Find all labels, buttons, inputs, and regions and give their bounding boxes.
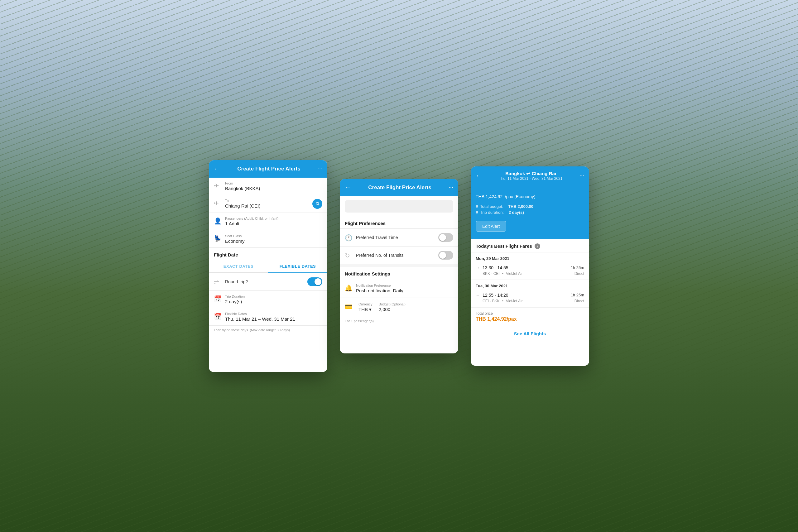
round-trip-row[interactable]: ⇌ Round-trip? [209,273,327,291]
fare-route-code-1: BKK - CEI [482,271,500,276]
fare-type-1: Direct [574,271,584,276]
card-icon: 💳 [345,303,352,310]
notification-pref-row[interactable]: 🔔 Notification Preference Push notificat… [340,279,458,298]
fare-time-1: 13:30 - 14:55 [482,265,508,270]
trip-duration-field[interactable]: 📅 Trip Duration 2 day(s) [209,291,327,308]
seat-icon: 💺 [214,235,221,242]
flexible-dates-label: Flexible Dates [225,312,322,316]
fares-header: Today's Best Flight Fares i [471,239,589,252]
currency-budget-row: 💳 Currency THB ▾ Budget (Optional) 2,000 [340,298,458,317]
total-budget-label: Total budget: [480,204,503,209]
swap-button[interactable]: ⇅ [312,199,322,209]
card2-more-icon[interactable]: ··· [449,184,453,191]
fare-date-2: Tue, 30 Mar 2021 [471,280,589,290]
info-icon[interactable]: i [535,243,540,249]
currency-value: THB [359,307,368,312]
card2-back-icon[interactable]: ← [345,184,351,191]
date-tabs: EXACT DATES FLEXIBLE DATES [209,260,327,273]
fare-carrier-1: VietJet Air [506,271,523,276]
card3-back-icon[interactable]: ← [476,172,482,179]
card2-title: Create Flight Price Alerts [355,185,445,191]
to-value: Chiang Rai (CEI) [225,203,309,209]
budget-note: For 1 passenger(s) [340,317,458,325]
tab-flexible-dates[interactable]: FLEXIBLE DATES [268,260,327,272]
seat-class-label: Seat Class [225,234,322,238]
duration-dot [476,211,478,213]
fare-item-1[interactable]: → 13:30 - 14:55 1h 25m BKK - CEI • VietJ… [471,263,589,280]
price-header: THB 1,424.92 /pax (Economy) Total budget… [471,185,589,239]
card3-header: ← Bangkok ⇌ Chiang Rai Thu, 11 Mar 2021 … [471,167,589,185]
to-field[interactable]: ✈ To Chiang Rai (CEI) ⇅ [209,195,327,213]
card3-title-line1: Bangkok ⇌ Chiang Rai [486,171,576,176]
currency-select[interactable]: THB ▾ [359,307,373,312]
phones-container: ← Create Flight Price Alerts ··· ✈ From … [0,0,798,532]
plane-to-icon: ✈ [214,200,221,207]
seat-class-field[interactable]: 💺 Seat Class Economy [209,230,327,248]
notification-settings-section: Notification Settings [340,267,458,279]
card1-more-icon[interactable]: ··· [318,166,322,172]
fare-route-code-2: CEI - BKK [482,299,500,303]
fare-arrow-1: → [476,265,480,270]
preferred-transits-toggle[interactable] [438,251,453,260]
total-budget-detail: Total budget: THB 2,000.00 [476,204,584,209]
card-results: ← Bangkok ⇌ Chiang Rai Thu, 11 Mar 2021 … [471,167,589,366]
card3-title-line2: Thu, 11 Mar 2021 - Wed, 31 Mar 2021 [486,176,576,181]
currency-label: Currency [359,302,373,306]
fare-meta-1: BKK - CEI • VietJet Air Direct [476,271,584,276]
total-price-amount: THB 1,424.92/pax [476,316,584,322]
fare-route-2: ← 12:55 - 14:20 1h 25m [476,293,584,298]
price-suffix: /pax (Economy) [505,194,535,199]
fare-meta-2: CEI - BKK • VietJet Air Direct [476,299,584,303]
round-trip-icon: ⇌ [214,278,221,286]
flexible-dates-note: I can fly on these days. (Max date range… [209,326,327,335]
from-field[interactable]: ✈ From Bangkok (BKKA) [209,178,327,195]
preferred-travel-time-toggle[interactable] [438,233,453,242]
tab-exact-dates[interactable]: EXACT DATES [209,260,268,272]
card-create-alert: ← Create Flight Price Alerts ··· ✈ From … [209,160,327,372]
flexible-dates-field[interactable]: 📅 Flexible Dates Thu, 11 Mar 21 – Wed, 3… [209,308,327,326]
preferred-travel-time-label: Preferred Travel Time [356,235,435,240]
from-label: From [225,182,322,185]
search-bar[interactable] [345,200,453,212]
price-amount: THB 1,424.92 [476,194,502,199]
passengers-icon: 👤 [214,217,221,225]
preferred-transits-row[interactable]: ↻ Preferred No. of Transits [340,247,458,264]
passengers-value: 1 Adult [225,221,322,226]
card1-back-icon[interactable]: ← [214,165,220,172]
total-price-label: Total price [476,311,584,316]
fares-section: Today's Best Flight Fares i Mon, 29 Mar … [471,239,589,341]
notification-pref-label: Notification Preference [356,284,453,287]
clock-icon: 🕐 [345,234,352,242]
preferred-travel-time-row[interactable]: 🕐 Preferred Travel Time [340,229,458,247]
section-divider [340,264,458,267]
fare-time-2: 12:55 - 14:20 [482,293,508,298]
bell-icon: 🔔 [345,284,352,292]
passengers-field[interactable]: 👤 Passengers (Adult, Child, or Infant) 1… [209,213,327,230]
fare-item-2[interactable]: ← 12:55 - 14:20 1h 25m CEI - BKK • VietJ… [471,290,589,307]
calendar-icon: 📅 [214,295,221,303]
flight-date-section: Flight Date [209,248,327,260]
fares-title: Today's Best Flight Fares [476,243,532,249]
chevron-down-icon: ▾ [369,307,372,312]
trip-duration-label: Trip duration: [480,210,504,215]
fare-duration-2: 1h 25m [571,293,584,297]
fare-duration-1: 1h 25m [571,265,584,270]
trip-duration-value: 2 day(s) [225,299,322,304]
card3-more-icon[interactable]: ··· [580,172,584,179]
price-main: THB 1,424.92 /pax (Economy) [476,191,584,201]
budget-value[interactable]: 2,000 [379,307,453,312]
trip-duration-label: Trip Duration [225,294,322,298]
to-label: To [225,199,309,203]
see-all-button[interactable]: See All Flights [471,326,589,341]
seat-class-value: Economy [225,239,322,244]
transit-icon: ↻ [345,252,352,259]
edit-alert-button[interactable]: Edit Alert [476,221,506,231]
total-price-row: Total price THB 1,424.92/pax [471,307,589,326]
flexible-dates-value: Thu, 11 Mar 21 – Wed, 31 Mar 21 [225,316,322,322]
fare-date-1: Mon, 29 Mar 2021 [471,252,589,263]
card1-title: Create Flight Price Alerts [224,166,314,172]
round-trip-toggle[interactable] [307,278,322,286]
fare-type-2: Direct [574,299,584,303]
fare-carrier-2: VietJet Air [506,299,523,303]
card3-title: Bangkok ⇌ Chiang Rai Thu, 11 Mar 2021 - … [486,171,576,181]
